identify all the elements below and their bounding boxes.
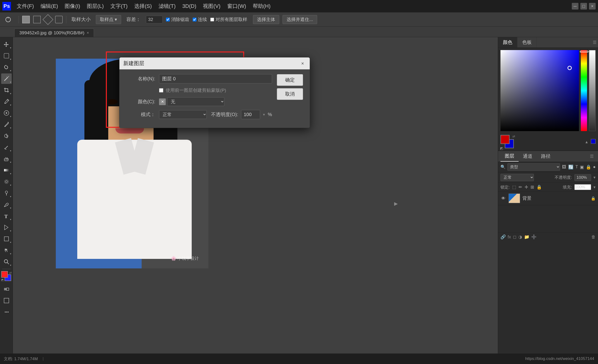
eyedropper-tool[interactable]: ▾ [1, 96, 12, 107]
lock-all-icon[interactable]: 🔒 [537, 184, 542, 190]
extra-tools[interactable] [1, 307, 12, 317]
menu-edit[interactable]: 编辑(E) [38, 1, 61, 11]
menu-window[interactable]: 窗口(W) [224, 1, 249, 11]
menu-select[interactable]: 选择(S) [131, 1, 155, 11]
maximize-button[interactable]: □ [580, 3, 587, 9]
dialog-name-input[interactable] [159, 74, 272, 83]
menu-layer[interactable]: 图层(L) [84, 1, 107, 11]
lock-artboard-icon[interactable]: ⊞ [531, 184, 534, 190]
sample-all-layers-checkbox-label[interactable]: 对所有图层取样 [210, 17, 247, 23]
toolbar-square-outline-icon[interactable] [33, 16, 41, 23]
delete-layer-icon[interactable]: 🗑 [591, 235, 596, 240]
text-tool[interactable]: T ▾ [1, 211, 12, 221]
layer-icon-5[interactable]: 🔒 [586, 165, 591, 170]
use-prev-layer-checkbox[interactable] [159, 88, 163, 92]
color-panel-menu-icon[interactable]: ☰ [593, 40, 597, 45]
menu-help[interactable]: 帮助(H) [250, 1, 274, 11]
gradient-tool[interactable]: ▾ [1, 165, 12, 175]
tool-options-btn[interactable] [3, 14, 13, 25]
toolbar-rounded-icon[interactable] [55, 16, 63, 23]
tolerance-input[interactable] [146, 16, 163, 23]
tab-close-button[interactable]: × [87, 31, 89, 35]
brush-tool[interactable]: ▾ [1, 119, 12, 130]
zoom-tool[interactable]: ▾ [1, 256, 12, 267]
shape-tool[interactable]: ▾ [1, 234, 12, 244]
dialog-confirm-button[interactable]: 确定 [277, 74, 303, 86]
menu-text[interactable]: 文字(T) [108, 1, 130, 11]
fg-swatch[interactable] [500, 135, 510, 144]
layer-icon-2[interactable]: 🔄 [568, 165, 573, 170]
mode-select[interactable]: 正常 [159, 110, 207, 119]
dialog-opacity-input[interactable] [241, 110, 260, 119]
create-group-icon[interactable]: 📁 [524, 234, 529, 240]
menu-image[interactable]: 图像(I) [62, 1, 83, 11]
opacity-bar[interactable] [589, 50, 596, 131]
reset-icon[interactable]: ◩ [500, 146, 503, 150]
menu-view[interactable]: 视图(V) [200, 1, 223, 11]
swap-colors-icon[interactable]: ⇄ [9, 271, 12, 274]
foreground-color-swatch[interactable] [1, 271, 8, 278]
add-mask-icon[interactable]: ◻ [513, 234, 516, 240]
layer-icon-1[interactable]: 🖼 [562, 165, 566, 169]
layers-panel-menu[interactable]: ☰ [588, 153, 596, 160]
crop-tool[interactable]: ▾ [1, 85, 12, 95]
sample-point-dropdown[interactable]: 取样点 ▾ [96, 15, 121, 24]
channels-tab[interactable]: 通道 [519, 151, 537, 161]
layers-tab[interactable]: 图层 [500, 151, 519, 162]
layer-icon-4[interactable]: ▣ [580, 165, 584, 170]
magic-wand-tool[interactable]: ▾ [1, 74, 12, 84]
close-button[interactable]: × [589, 3, 596, 9]
layer-type-select[interactable]: 类型 [507, 163, 560, 171]
eraser-tool[interactable]: ▾ [1, 154, 12, 164]
quick-mask-tool[interactable] [1, 284, 12, 294]
swatches-tab[interactable]: 色板 [517, 37, 537, 47]
menu-3d[interactable]: 3D(D) [180, 2, 199, 11]
opacity-stepper[interactable]: ▾ [263, 112, 265, 117]
menu-filter[interactable]: 滤镜(T) [156, 1, 179, 11]
fill-arrow[interactable]: ▾ [593, 185, 596, 190]
color-gradient-picker[interactable] [500, 50, 579, 131]
fill-input[interactable] [574, 184, 591, 190]
anti-alias-checkbox[interactable] [166, 18, 170, 21]
add-layer-style-icon[interactable]: fx [508, 235, 511, 240]
contiguous-checkbox[interactable] [193, 18, 197, 21]
history-brush-tool[interactable]: ▾ [1, 142, 12, 153]
sample-all-layers-checkbox[interactable] [210, 18, 214, 21]
dodge-tool[interactable]: ▾ [1, 188, 12, 198]
blend-mode-select[interactable]: 正常 [500, 174, 534, 181]
minimize-button[interactable]: ─ [572, 3, 578, 9]
dialog-close-button[interactable]: × [299, 60, 306, 67]
panel-expand-arrow[interactable]: ▶ [394, 201, 398, 207]
opacity-input[interactable] [574, 174, 591, 181]
lasso-tool[interactable]: ▾ [1, 62, 12, 73]
color-tab[interactable]: 颜色 [498, 37, 517, 47]
layer-icon-3[interactable]: T [575, 165, 578, 169]
toolbar-diamond-icon[interactable] [42, 14, 53, 25]
create-layer-icon[interactable]: ➕ [531, 234, 537, 240]
default-colors-icon[interactable]: ◩ [1, 278, 4, 281]
new-layer-dialog[interactable]: 新建图层 × 名称(N): 使用前一图层创建剪贴蒙版(P) [119, 57, 310, 128]
pen-tool[interactable]: ▾ [1, 199, 12, 210]
color-select[interactable]: 无 [167, 97, 224, 106]
link-layers-icon[interactable]: 🔗 [500, 234, 506, 240]
menu-file[interactable]: 文件(F) [14, 1, 37, 11]
swap-icon[interactable]: ⇄ [512, 134, 515, 138]
opacity-arrow[interactable]: ▾ [593, 175, 596, 180]
anti-alias-checkbox-label[interactable]: 消除锯齿 [166, 17, 189, 23]
hand-tool[interactable]: ▾ [1, 245, 12, 256]
path-selection-tool[interactable]: ▾ [1, 222, 12, 233]
paths-tab[interactable]: 路径 [537, 151, 555, 161]
lock-transparency-icon[interactable]: ⬚ [512, 184, 516, 190]
select-and-mask-button[interactable]: 选择并遮住... [282, 15, 317, 24]
layer-icon-6[interactable]: ● [593, 165, 596, 169]
select-subject-button[interactable]: 选择主体 [253, 15, 279, 24]
alert-icon[interactable]: ▲ [584, 139, 590, 145]
out-of-gamut-icon[interactable] [591, 139, 596, 144]
blur-tool[interactable]: ▾ [1, 176, 12, 187]
contiguous-checkbox-label[interactable]: 连续 [193, 17, 207, 23]
spectrum-bar[interactable] [581, 50, 587, 131]
dialog-cancel-button[interactable]: 取消 [277, 88, 303, 100]
move-tool[interactable]: ▾ [1, 39, 12, 50]
selection-tool[interactable]: ▾ [1, 50, 12, 61]
background-layer-item[interactable]: 👁 背景 🔒 [498, 192, 598, 205]
